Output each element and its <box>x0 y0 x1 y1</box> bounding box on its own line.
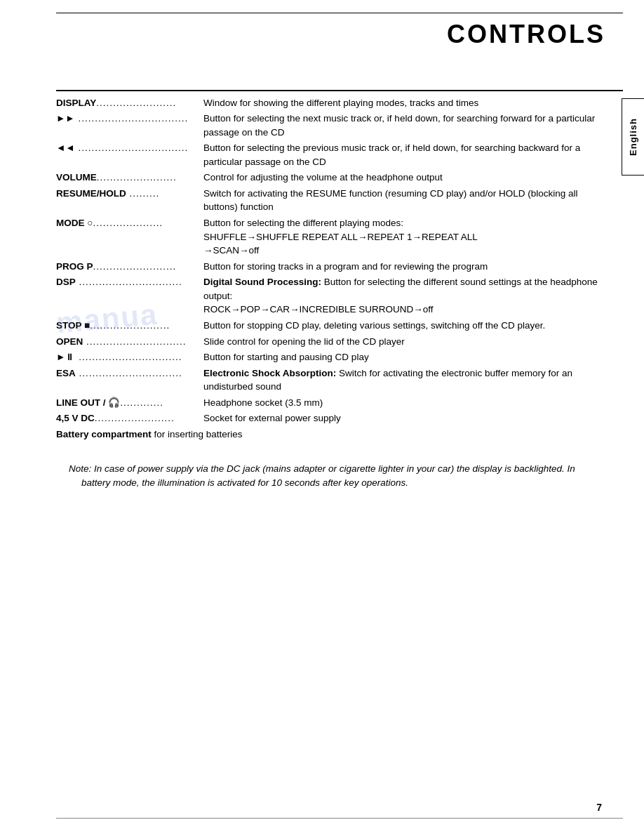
label-text: VOLUME <box>56 172 97 183</box>
desc-cell: Window for showing the different playing… <box>203 95 605 111</box>
label-text: DSP <box>56 277 76 287</box>
page: CONTROLS English DISPLAY................… <box>0 0 644 834</box>
table-row: RESUME/HOLD ......... Switch for activat… <box>56 185 605 215</box>
table-row: ►⏸ ............................... Butto… <box>56 350 605 366</box>
label-cell: VOLUME........................ <box>56 170 203 186</box>
label-text: 4,5 V DC <box>56 413 95 423</box>
desc-cell: Electronic Shock Absorption: Switch for … <box>203 365 605 395</box>
label-text: DISPLAY <box>56 98 96 108</box>
table-row: ►► ................................. But… <box>56 111 605 140</box>
desc-cell: Button for selecting the next music trac… <box>203 111 605 140</box>
desc-cell: Button for selecting the different playi… <box>203 216 605 259</box>
note-text: Note: In case of power supply via the DC… <box>69 462 598 491</box>
desc-bold: Digital Sound Processing: <box>203 277 321 287</box>
label-text: LINE OUT / 🎧 <box>56 397 120 408</box>
english-tab: English <box>622 98 644 176</box>
label-cell: RESUME/HOLD ......... <box>56 185 203 215</box>
label-cell: 4,5 V DC........................ <box>56 411 203 427</box>
title-rule <box>56 90 623 91</box>
label-text: ►⏸ <box>56 352 75 362</box>
bottom-rule <box>56 818 623 819</box>
table-row: LINE OUT / 🎧............. Headphone sock… <box>56 395 605 411</box>
label-text: ESA <box>56 368 76 378</box>
table-row: ESA ............................... Elec… <box>56 365 605 395</box>
label-text: OPEN <box>56 336 83 347</box>
content-area: DISPLAY........................ Window f… <box>56 95 605 490</box>
label-cell: ►► ................................. <box>56 111 203 140</box>
label-cell: MODE ○..................... <box>56 216 203 259</box>
desc-cell: Socket for external power supply <box>203 411 605 427</box>
page-title: CONTROLS <box>447 20 605 49</box>
table-row: OPEN .............................. Slid… <box>56 333 605 350</box>
battery-bold: Battery compartment <box>56 429 152 439</box>
battery-line: Battery compartment for inserting batter… <box>56 426 605 442</box>
label-cell: ◄◄ ................................. <box>56 140 203 170</box>
desc-bold: Electronic Shock Absorption: <box>203 368 336 378</box>
label-text: MODE ○ <box>56 218 93 228</box>
table-row: STOP ■........................ Button fo… <box>56 317 605 333</box>
desc-cell: Slide control for opening the lid of the… <box>203 333 605 350</box>
table-row: 4,5 V DC........................ Socket … <box>56 411 605 427</box>
label-cell: PROG P......................... <box>56 258 203 274</box>
desc-cell: Button for stopping CD play, deleting va… <box>203 317 605 333</box>
label-text: STOP ■ <box>56 320 90 331</box>
label-cell: DSP ............................... <box>56 274 203 318</box>
desc-cell: Control for adjusting the volume at the … <box>203 170 605 186</box>
battery-rest: for inserting batteries <box>152 429 243 439</box>
desc-cell: Switch for activating the RESUME functio… <box>203 185 605 215</box>
table-row: ◄◄ ................................. But… <box>56 140 605 170</box>
top-rule <box>56 13 623 13</box>
note-section: Note: In case of power supply via the DC… <box>56 462 605 491</box>
label-cell: STOP ■........................ <box>56 317 203 333</box>
desc-cell: Headphone socket (3.5 mm) <box>203 395 605 411</box>
page-number: 7 <box>596 802 602 813</box>
label-cell: ►⏸ ............................... <box>56 350 203 366</box>
desc-cell: Button for starting and pausing CD play <box>203 350 605 366</box>
desc-cell: Digital Sound Processing: Button for sel… <box>203 274 605 318</box>
label-text: ◄◄ <box>56 143 75 153</box>
label-cell: ESA ............................... <box>56 365 203 395</box>
desc-cell: Button for storing tracks in a program a… <box>203 258 605 274</box>
desc-cell: Button for selecting the previous music … <box>203 140 605 170</box>
label-cell: OPEN .............................. <box>56 333 203 350</box>
label-cell: DISPLAY........................ <box>56 95 203 111</box>
table-row: DISPLAY........................ Window f… <box>56 95 605 111</box>
controls-table: DISPLAY........................ Window f… <box>56 95 605 426</box>
label-text: PROG P <box>56 261 93 272</box>
table-row: PROG P......................... Button f… <box>56 258 605 274</box>
label-text: RESUME/HOLD <box>56 188 126 199</box>
table-row: VOLUME........................ Control f… <box>56 170 605 186</box>
label-text: ►► <box>56 113 75 124</box>
label-cell: LINE OUT / 🎧............. <box>56 395 203 411</box>
table-row: MODE ○..................... Button for s… <box>56 216 605 259</box>
english-tab-label: English <box>628 118 638 156</box>
table-row: DSP ............................... Digi… <box>56 274 605 318</box>
